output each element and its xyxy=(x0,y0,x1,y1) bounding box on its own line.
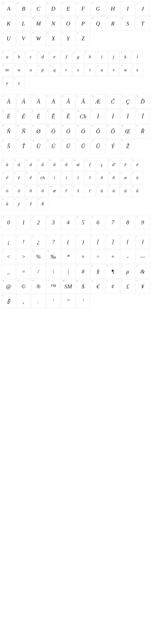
glyph-cell[interactable]: ÎÎ xyxy=(136,109,150,124)
glyph-cell[interactable]: õõ xyxy=(37,184,48,197)
glyph-cell[interactable]: ff xyxy=(61,50,72,63)
glyph-cell[interactable]: (( xyxy=(61,234,75,249)
glyph-cell[interactable]: ee xyxy=(49,50,60,63)
glyph-cell[interactable]: ÃÃ xyxy=(76,94,90,109)
glyph-cell[interactable]: €€ xyxy=(91,279,105,294)
glyph-cell[interactable]: [[ xyxy=(91,234,105,249)
glyph-cell[interactable]: ÄÄ xyxy=(31,94,46,109)
glyph-cell[interactable]: .. xyxy=(31,294,46,308)
glyph-cell[interactable]: ÔÔ xyxy=(91,124,105,138)
glyph-cell[interactable]: ňň xyxy=(96,172,108,184)
glyph-cell[interactable]: ,, xyxy=(16,294,31,308)
glyph-cell[interactable]: -- xyxy=(120,250,135,264)
glyph-cell[interactable]: ÚÚ xyxy=(46,139,60,153)
glyph-cell[interactable]: ŘŘ xyxy=(136,124,150,138)
glyph-cell[interactable]: ×× xyxy=(76,250,90,264)
glyph-cell[interactable]: ññ xyxy=(108,172,119,184)
glyph-cell[interactable]: òò xyxy=(132,172,143,184)
glyph-cell[interactable]: YY xyxy=(61,31,75,46)
glyph-cell[interactable]: hh xyxy=(84,50,96,63)
glyph-cell[interactable]: ĚĚ xyxy=(46,109,60,124)
glyph-cell[interactable]: zz xyxy=(13,77,24,89)
glyph-cell[interactable]: WW xyxy=(31,31,46,46)
glyph-cell[interactable]: úú xyxy=(108,184,119,197)
glyph-cell[interactable]: ¿¿ xyxy=(31,234,46,249)
glyph-cell[interactable]: üü xyxy=(120,184,131,197)
glyph-cell[interactable]: ææ xyxy=(72,158,84,171)
glyph-cell[interactable]: 99 xyxy=(136,215,150,230)
glyph-cell[interactable]: ØØ xyxy=(31,124,46,138)
glyph-cell[interactable]: ÅÅ xyxy=(46,94,60,109)
glyph-cell[interactable]: ïï xyxy=(72,172,84,184)
glyph-cell[interactable]: $$ xyxy=(76,279,90,294)
glyph-cell[interactable]: XX xyxy=(46,31,60,46)
glyph-cell[interactable]: BB xyxy=(16,2,31,16)
glyph-cell[interactable]: ¡¡ xyxy=(2,234,16,249)
glyph-cell[interactable]: êê xyxy=(25,172,36,184)
glyph-cell[interactable]: ÇÇ xyxy=(120,94,135,109)
glyph-cell[interactable]: ¥¥ xyxy=(136,279,150,294)
glyph-cell[interactable]: ÊÊ xyxy=(61,109,75,124)
glyph-cell[interactable]: ČČ xyxy=(106,94,120,109)
glyph-cell[interactable]: ÁÁ xyxy=(16,94,31,109)
glyph-cell[interactable]: ËË xyxy=(31,109,46,124)
glyph-cell[interactable]: == xyxy=(16,264,31,278)
glyph-cell[interactable]: aa xyxy=(2,50,13,63)
glyph-cell[interactable]: îî xyxy=(84,172,96,184)
glyph-cell[interactable]: oo xyxy=(25,64,36,76)
glyph-cell[interactable]: >> xyxy=(16,250,31,264)
glyph-cell[interactable]: )) xyxy=(76,234,90,249)
glyph-cell[interactable]: 33 xyxy=(46,215,60,230)
glyph-cell[interactable]: gg xyxy=(72,50,84,63)
glyph-cell[interactable]: xx xyxy=(132,64,143,76)
glyph-cell[interactable]: ÜÜ xyxy=(61,139,75,153)
glyph-cell[interactable]: ?? xyxy=(46,234,60,249)
glyph-cell[interactable]: || xyxy=(61,264,75,278)
glyph-cell[interactable]: uu xyxy=(96,64,108,76)
glyph-cell[interactable]: dd xyxy=(37,50,48,63)
glyph-cell[interactable]: ss xyxy=(72,64,84,76)
glyph-cell[interactable]: ěě xyxy=(13,172,24,184)
glyph-cell[interactable]: ** xyxy=(61,250,75,264)
glyph-cell[interactable]: pp xyxy=(37,64,48,76)
glyph-cell[interactable]: HH xyxy=(106,2,120,16)
glyph-cell[interactable]: '' xyxy=(46,294,60,308)
glyph-cell[interactable]: ww xyxy=(120,64,131,76)
glyph-cell[interactable]: KK xyxy=(2,16,16,31)
glyph-cell[interactable]: GG xyxy=(91,2,105,16)
glyph-cell[interactable]: II xyxy=(120,2,135,16)
glyph-cell[interactable]: 22 xyxy=(31,215,46,230)
glyph-cell[interactable]: ÛÛ xyxy=(91,139,105,153)
glyph-cell[interactable]: ĎĎ xyxy=(136,94,150,109)
glyph-cell[interactable]: šš xyxy=(72,184,84,197)
glyph-cell[interactable]: SMSM xyxy=(61,279,75,294)
glyph-cell[interactable]: œœ xyxy=(49,184,60,197)
glyph-cell[interactable]: qq xyxy=(49,64,60,76)
glyph-cell[interactable]: åå xyxy=(37,158,48,171)
glyph-cell[interactable]: SS xyxy=(120,16,135,31)
glyph-cell[interactable]: 11 xyxy=(16,215,31,230)
glyph-cell[interactable]: èè xyxy=(120,158,131,171)
glyph-cell[interactable]: ÆÆ xyxy=(91,94,105,109)
glyph-cell[interactable]: øø xyxy=(120,172,131,184)
glyph-cell[interactable]: ŤŤ xyxy=(16,139,31,153)
glyph-cell[interactable]: ßß xyxy=(37,198,48,210)
glyph-cell[interactable]: ää xyxy=(25,158,36,171)
glyph-cell[interactable]: ™™ xyxy=(46,279,60,294)
glyph-cell[interactable]: ÈÈ xyxy=(2,109,16,124)
glyph-cell[interactable]: öö xyxy=(13,184,24,197)
glyph-cell[interactable]: tt xyxy=(84,64,96,76)
glyph-cell[interactable]: ůů xyxy=(132,184,143,197)
glyph-cell[interactable]: {{ xyxy=(120,234,135,249)
glyph-cell[interactable]: 88 xyxy=(120,215,135,230)
glyph-cell[interactable]: ďď xyxy=(108,158,119,171)
glyph-cell[interactable]: žž xyxy=(25,198,36,210)
glyph-cell[interactable]: ]] xyxy=(106,234,120,249)
glyph-cell[interactable]: ÓÓ xyxy=(61,124,75,138)
glyph-cell[interactable]: << xyxy=(2,250,16,264)
glyph-cell[interactable]: jj xyxy=(108,50,119,63)
glyph-cell[interactable]: éé xyxy=(132,158,143,171)
glyph-cell[interactable]: ÖÖ xyxy=(76,124,90,138)
glyph-cell[interactable]: RR xyxy=(106,16,120,31)
glyph-cell[interactable]: ÑÑ xyxy=(16,124,31,138)
